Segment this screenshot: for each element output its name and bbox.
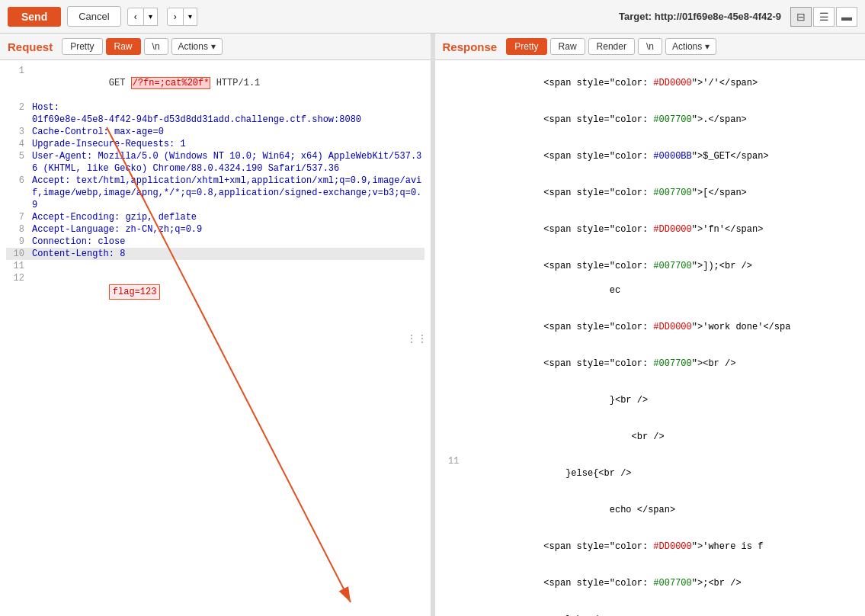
- line-num-4: 4: [6, 138, 24, 150]
- resp-content-a10: <br />: [467, 419, 860, 455]
- resp-line-a5: <span style="color: #DD0000">'fn'</span>: [441, 211, 860, 248]
- request-line-4: 4 Upgrade-Insecure-Requests: 1: [6, 138, 424, 150]
- request-line-6-content: Accept: text/html,application/xhtml+xml,…: [32, 175, 424, 211]
- request-tab-raw[interactable]: Raw: [106, 38, 141, 55]
- request-panel: Request Pretty Raw \n Actions ▾ 1 GET /?…: [0, 34, 431, 616]
- line-num-12: 12: [6, 272, 24, 312]
- request-line-5-content: User-Agent: Mozilla/5.0 (Windows NT 10.0…: [32, 150, 424, 175]
- response-tab-raw[interactable]: Raw: [550, 38, 585, 55]
- response-panel-content-wrapper: <span style="color: #DD0000">'/'</span> …: [435, 60, 866, 616]
- resp-num-a9: [441, 382, 460, 419]
- nav-prev-dropdown-button[interactable]: ▾: [144, 8, 158, 26]
- response-panel-content[interactable]: <span style="color: #DD0000">'/'</span> …: [435, 60, 866, 616]
- request-dots-menu[interactable]: ⋮⋮: [406, 332, 428, 345]
- request-panel-content-wrapper: 1 GET /?fn=;cat%20f* HTTP/1.1 2 Host: 01…: [0, 60, 431, 616]
- resp-line-a1: <span style="color: #DD0000">'/'</span>: [441, 65, 860, 101]
- request-line-6: 6 Accept: text/html,application/xhtml+xm…: [6, 175, 424, 211]
- response-tab-newline[interactable]: \n: [638, 38, 662, 55]
- resp-num-11e: [441, 602, 460, 616]
- request-panel-title: Request: [8, 40, 53, 53]
- request-line-11-content: [32, 260, 424, 272]
- resp-num-a1: [441, 65, 460, 101]
- line-num-9: 9: [6, 236, 24, 248]
- resp-content-a6: <span style="color: #007700">]);<br /> e…: [467, 248, 860, 309]
- request-line-11: 11: [6, 260, 424, 272]
- resp-content-a7: <span style="color: #DD0000">'work done'…: [467, 309, 860, 345]
- request-tab-pretty[interactable]: Pretty: [62, 38, 102, 55]
- resp-line-11c: <span style="color: #DD0000">'where is f: [441, 528, 860, 565]
- resp-content-11d: <span style="color: #007700">;<br />: [467, 565, 860, 602]
- response-tab-render[interactable]: Render: [588, 38, 635, 55]
- request-line-8-content: Accept-Language: zh-CN,zh;q=0.9: [32, 223, 424, 236]
- resp-num-11d: [441, 565, 460, 602]
- nav-next-button[interactable]: ›: [167, 8, 184, 26]
- line-num-10: 10: [6, 248, 24, 260]
- request-line-7-content: Accept-Encoding: gzip, deflate: [32, 211, 424, 223]
- resp-content-11e: }<br />: [467, 602, 860, 616]
- resp-content-a1: <span style="color: #DD0000">'/'</span>: [467, 65, 860, 101]
- line-num-8: 8: [6, 223, 24, 236]
- resp-num-a6: [441, 248, 460, 309]
- resp-content-11b: echo </span>: [467, 492, 860, 528]
- nav-next-dropdown-button[interactable]: ▾: [184, 8, 197, 26]
- resp-line-a4: <span style="color: #007700">[</span>: [441, 175, 860, 211]
- request-line-3: 3 Cache-Control: max-age=0: [6, 126, 424, 138]
- line-num-11: 11: [6, 260, 24, 272]
- response-code-area: <span style="color: #DD0000">'/'</span> …: [441, 65, 860, 616]
- main-area: Request Pretty Raw \n Actions ▾ 1 GET /?…: [0, 34, 865, 616]
- resp-line-11b: echo </span>: [441, 492, 860, 528]
- nav-prev-button[interactable]: ‹: [127, 8, 144, 26]
- line-num-2b: [6, 114, 24, 126]
- resp-line-a3: <span style="color: #0000BB">$_GET</span…: [441, 138, 860, 175]
- resp-line-a7: <span style="color: #DD0000">'work done'…: [441, 309, 860, 345]
- view-list-button[interactable]: ☰: [813, 7, 835, 27]
- response-tab-pretty[interactable]: Pretty: [506, 38, 546, 55]
- request-panel-content[interactable]: 1 GET /?fn=;cat%20f* HTTP/1.1 2 Host: 01…: [0, 60, 431, 616]
- resp-content-a4: <span style="color: #007700">[</span>: [467, 175, 860, 211]
- send-button[interactable]: Send: [8, 7, 61, 27]
- url-highlight: /?fn=;cat%20f*: [131, 77, 211, 89]
- line-num-5: 5: [6, 150, 24, 175]
- request-line-10-content: Content-Length: 8: [32, 248, 424, 260]
- request-panel-header: Request Pretty Raw \n Actions ▾: [0, 34, 431, 60]
- resp-line-a2: <span style="color: #007700">.</span>: [441, 101, 860, 138]
- request-line-1-content: GET /?fn=;cat%20f* HTTP/1.1: [32, 65, 424, 101]
- resp-content-a9: }<br />: [467, 382, 860, 419]
- response-tab-actions[interactable]: Actions ▾: [665, 38, 716, 55]
- line-num-6: 6: [6, 175, 24, 211]
- view-toggle-group: ⊟ ☰ ▬: [790, 7, 857, 27]
- view-split-button[interactable]: ⊟: [790, 7, 812, 27]
- resp-line-11a: 11 }else{<br />: [441, 455, 860, 492]
- request-line-12: 12 flag=123: [6, 272, 424, 312]
- target-label: Target: http://01f69e8e-45e8-4f42-9: [619, 11, 781, 22]
- view-single-button[interactable]: ▬: [836, 7, 857, 27]
- nav-next-group: › ▾: [167, 8, 197, 26]
- resp-line-a6: <span style="color: #007700">]);<br /> e…: [441, 248, 860, 309]
- resp-line-a8: <span style="color: #007700"><br />: [441, 345, 860, 382]
- line-num-7: 7: [6, 211, 24, 223]
- resp-content-11c: <span style="color: #DD0000">'where is f: [467, 528, 860, 565]
- request-code-area: 1 GET /?fn=;cat%20f* HTTP/1.1 2 Host: 01…: [6, 65, 424, 312]
- resp-num-a3: [441, 138, 460, 175]
- request-line-2-content: Host:: [32, 101, 424, 114]
- resp-num-11c: [441, 528, 460, 565]
- resp-num-a8: [441, 345, 460, 382]
- resp-content-a5: <span style="color: #DD0000">'fn'</span>: [467, 211, 860, 248]
- resp-line-a10: <br />: [441, 419, 860, 455]
- request-line-9-content: Connection: close: [32, 236, 424, 248]
- resp-content-a2: <span style="color: #007700">.</span>: [467, 101, 860, 138]
- request-tab-newline[interactable]: \n: [144, 38, 168, 55]
- resp-num-11b: [441, 492, 460, 528]
- line-num-1: 1: [6, 65, 24, 101]
- flag-body-highlight: flag=123: [109, 284, 161, 300]
- resp-line-11e: }<br />: [441, 602, 860, 616]
- request-tab-actions[interactable]: Actions ▾: [171, 38, 223, 55]
- resp-num-a2: [441, 101, 460, 138]
- resp-num-a10: [441, 419, 460, 455]
- resp-content-11a: }else{<br />: [467, 455, 860, 492]
- request-line-8: 8 Accept-Language: zh-CN,zh;q=0.9: [6, 223, 424, 236]
- resp-num-a5: [441, 211, 460, 248]
- cancel-button[interactable]: Cancel: [67, 6, 120, 27]
- resp-content-a3: <span style="color: #0000BB">$_GET</span…: [467, 138, 860, 175]
- top-bar: Send Cancel ‹ ▾ › ▾ Target: http://01f69…: [0, 0, 865, 34]
